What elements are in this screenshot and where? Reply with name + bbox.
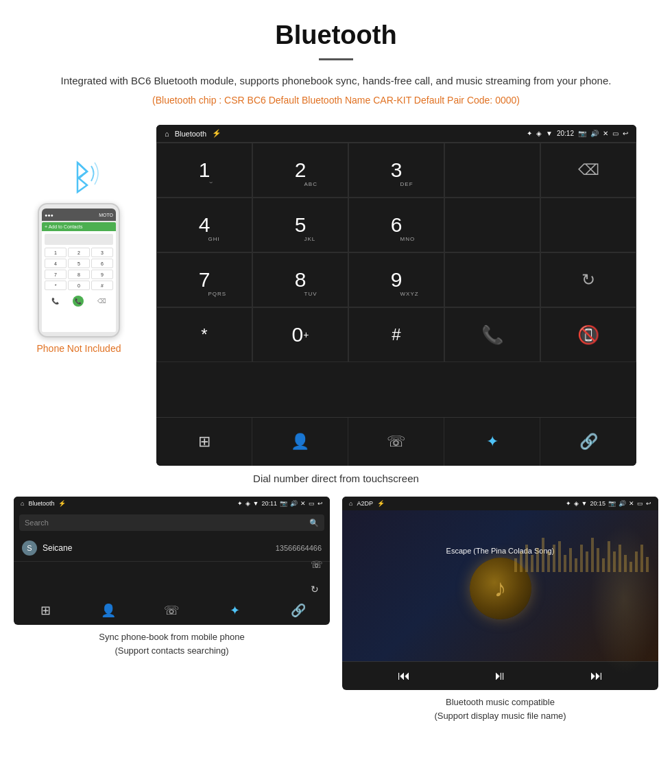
pb-refresh-action-icon[interactable]: ↻ [311,584,323,595]
dial-bottom-nav: ⊞ 👤 ☏ ✦ 🔗 [156,417,636,466]
pb-statusbar: ⌂ Bluetooth ⚡ ✦ ◈ ▼ 20:11 📷 🔊 ✕ ▭ ↩ [14,497,330,510]
pb-nav-link[interactable]: 🔗 [267,603,330,618]
bt-icon: ✦ [527,130,532,137]
svg-rect-1 [520,551,523,572]
phone-mockup: ●●● MOTO + Add to Contacts 123 456 789 *… [38,203,120,337]
statusbar-label: Bluetooth [175,130,206,138]
music-usb-icon: ⚡ [377,500,385,507]
pb-time: 20:11 [261,500,277,507]
pb-close-icon: ✕ [300,500,306,507]
dial-end-button[interactable]: 📵 [540,307,636,362]
music-layout-icon: ▭ [637,500,643,507]
svg-rect-14 [591,538,594,572]
close-icon: ✕ [603,130,608,137]
dial-empty-r2c4 [444,198,540,252]
phone-container: ●●● MOTO + Add to Contacts 123 456 789 *… [14,125,144,354]
svg-rect-5 [542,538,544,572]
pb-loc-icon: ◈ [245,500,250,507]
title-divider [319,58,353,60]
pb-vol-icon: 🔊 [290,500,298,507]
page-specs: (Bluetooth chip : CSR BC6 Default Blueto… [27,95,645,106]
svg-rect-12 [580,545,583,572]
phonebook-screenshot: ⌂ Bluetooth ⚡ ✦ ◈ ▼ 20:11 📷 🔊 ✕ ▭ ↩ [14,497,330,625]
svg-rect-22 [635,551,638,572]
phone-not-included-label: Phone Not Included [37,343,121,354]
dial-key-1[interactable]: 1⌣ [156,143,252,198]
page-description: Integrated with BC6 Bluetooth module, su… [27,73,645,89]
svg-rect-23 [640,545,643,572]
nav-bluetooth[interactable]: ✦ [444,418,540,466]
svg-rect-18 [613,551,616,572]
dial-key-9[interactable]: 9WXYZ [348,252,444,307]
music-label: A2DP [357,500,373,507]
pb-usb-icon: ⚡ [58,500,66,507]
back-icon: ↩ [623,130,628,137]
time-display: 20:12 [557,130,574,137]
pb-layout-icon: ▭ [309,500,315,507]
dial-key-0[interactable]: 0+ [252,307,348,362]
location-icon: ◈ [536,130,542,137]
camera-icon: 📷 [578,130,586,137]
music-loc-icon: ◈ [574,500,579,507]
dial-key-2[interactable]: 2ABC [252,143,348,198]
home-icon: ⌂ [165,130,169,138]
pb-call-action-icon[interactable]: ☏ [311,559,323,570]
dial-key-6[interactable]: 6MNO [348,198,444,252]
music-statusbar: ⌂ A2DP ⚡ ✦ ◈ ▼ 20:15 📷 🔊 ✕ ▭ ↩ [342,497,658,510]
page-title: Bluetooth [27,21,645,50]
pb-label: Bluetooth [28,500,54,507]
pb-nav-dialpad[interactable]: ⊞ [14,603,77,618]
dial-key-star[interactable]: * [156,307,252,362]
contact-number: 13566664466 [276,544,322,552]
phonebook-caption: Sync phone-book from mobile phone (Suppo… [99,630,244,657]
music-back-icon: ↩ [646,500,651,507]
pb-contact-row[interactable]: S Seicane 13566664466 [14,535,330,562]
pb-nav-contacts[interactable]: 👤 [77,603,140,618]
pb-search-bar[interactable]: Search 🔍 [19,514,324,531]
music-sig-icon: ▼ [581,500,588,507]
svg-rect-15 [597,548,599,572]
music-player: Escape (The Pina Colada Song) ♪ [342,510,658,661]
dial-key-3[interactable]: 3DEF [348,143,444,198]
nav-contacts[interactable]: 👤 [252,418,348,466]
music-bt-icon: ✦ [566,500,571,507]
svg-rect-16 [602,558,605,572]
music-cam-icon: 📷 [608,500,616,507]
pb-nav-phone[interactable]: ☏ [140,603,203,618]
dial-key-hash[interactable]: # [348,307,444,362]
svg-rect-13 [586,551,588,572]
nav-link[interactable]: 🔗 [540,418,636,466]
dial-refresh[interactable]: ↻ [540,252,636,307]
play-pause-icon[interactable]: ⏯ [494,669,506,683]
signal-icon: ▼ [546,130,553,137]
dial-caption: Dial number direct from touchscreen [0,473,672,484]
dial-empty-r3c4 [444,252,540,307]
dial-key-8[interactable]: 8TUV [252,252,348,307]
svg-rect-0 [514,558,517,572]
pb-bt-icon: ✦ [237,500,243,507]
svg-rect-24 [646,557,649,572]
dial-statusbar: ⌂ Bluetooth ⚡ ✦ ◈ ▼ 20:12 📷 🔊 ✕ ▭ ↩ [156,125,636,143]
svg-rect-19 [619,545,621,572]
nav-calls[interactable]: ☏ [348,418,444,466]
dial-key-4[interactable]: 4GHI [156,198,252,252]
equalizer-viz [514,531,651,572]
pb-sig-icon: ▼ [253,500,259,507]
dial-key-5[interactable]: 5JKL [252,198,348,252]
usb-icon: ⚡ [212,129,221,138]
music-home-icon: ⌂ [349,500,352,507]
svg-rect-7 [553,545,555,572]
nav-dialpad[interactable]: ⊞ [156,418,252,466]
pb-nav-bt[interactable]: ✦ [204,603,267,618]
svg-rect-20 [624,555,627,572]
prev-track-icon[interactable]: ⏮ [398,669,410,683]
bluetooth-signal-icon [51,145,106,200]
svg-rect-2 [525,545,528,572]
dial-key-7[interactable]: 7PQRS [156,252,252,307]
dial-backspace[interactable]: ⌫ [540,143,636,198]
pb-home-icon: ⌂ [21,500,24,507]
dial-screen: ⌂ Bluetooth ⚡ ✦ ◈ ▼ 20:12 📷 🔊 ✕ ▭ ↩ 1⌣ [156,125,636,466]
dial-call-button[interactable]: 📞 [444,307,540,362]
phone-screen: + Add to Contacts 123 456 789 *0# 📞 📞 ⌫ [42,222,116,332]
svg-rect-3 [531,555,533,572]
